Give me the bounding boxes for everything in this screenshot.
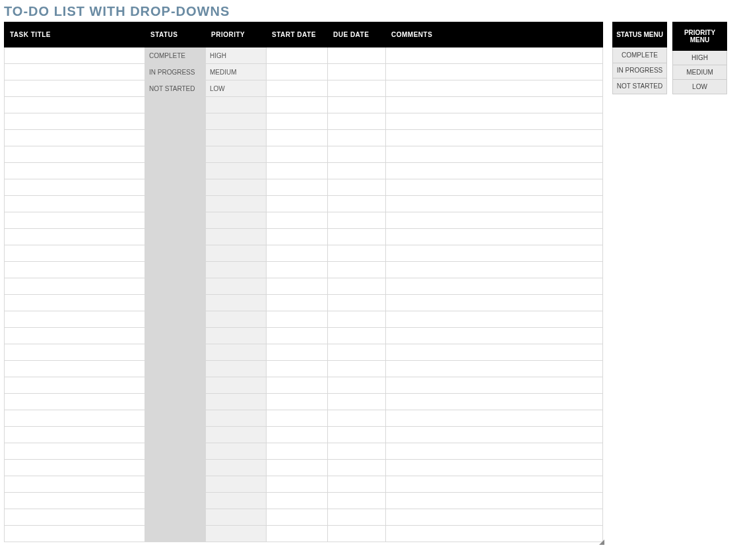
priority-cell[interactable] bbox=[206, 245, 267, 262]
comments-cell[interactable] bbox=[386, 113, 603, 130]
priority-cell[interactable] bbox=[206, 394, 267, 410]
comments-cell[interactable] bbox=[386, 229, 603, 245]
comments-cell[interactable] bbox=[386, 47, 603, 64]
task-cell[interactable] bbox=[5, 196, 145, 212]
status-cell[interactable] bbox=[145, 493, 206, 509]
priority-cell[interactable] bbox=[206, 311, 267, 328]
start-cell[interactable] bbox=[267, 146, 328, 163]
comments-cell[interactable] bbox=[386, 443, 603, 460]
start-cell[interactable] bbox=[267, 311, 328, 328]
status-cell[interactable] bbox=[145, 179, 206, 196]
task-cell[interactable] bbox=[5, 394, 145, 410]
due-cell[interactable] bbox=[328, 64, 386, 80]
due-cell[interactable] bbox=[328, 229, 386, 245]
comments-cell[interactable] bbox=[386, 493, 603, 509]
due-cell[interactable] bbox=[328, 262, 386, 278]
priority-cell[interactable] bbox=[206, 526, 267, 542]
start-cell[interactable] bbox=[267, 196, 328, 212]
comments-cell[interactable] bbox=[386, 163, 603, 179]
status-menu-item[interactable]: IN PROGRESS bbox=[613, 63, 667, 78]
due-cell[interactable] bbox=[328, 394, 386, 410]
status-cell[interactable]: NOT STARTED bbox=[145, 80, 206, 97]
status-cell[interactable] bbox=[145, 295, 206, 311]
status-cell[interactable] bbox=[145, 262, 206, 278]
start-cell[interactable] bbox=[267, 113, 328, 130]
start-cell[interactable] bbox=[267, 493, 328, 509]
task-cell[interactable] bbox=[5, 130, 145, 146]
priority-menu-item[interactable]: MEDIUM bbox=[673, 65, 727, 80]
start-cell[interactable] bbox=[267, 443, 328, 460]
priority-cell[interactable] bbox=[206, 130, 267, 146]
comments-cell[interactable] bbox=[386, 460, 603, 476]
start-cell[interactable] bbox=[267, 163, 328, 179]
task-cell[interactable] bbox=[5, 377, 145, 394]
status-cell[interactable] bbox=[145, 509, 206, 526]
start-cell[interactable] bbox=[267, 394, 328, 410]
due-cell[interactable] bbox=[328, 130, 386, 146]
comments-cell[interactable] bbox=[386, 262, 603, 278]
priority-cell[interactable] bbox=[206, 427, 267, 443]
status-cell[interactable] bbox=[145, 130, 206, 146]
priority-menu-item[interactable]: HIGH bbox=[673, 51, 727, 65]
due-cell[interactable] bbox=[328, 328, 386, 344]
priority-cell[interactable]: HIGH bbox=[206, 47, 267, 64]
start-cell[interactable] bbox=[267, 476, 328, 493]
start-cell[interactable] bbox=[267, 278, 328, 295]
start-cell[interactable] bbox=[267, 526, 328, 542]
due-cell[interactable] bbox=[328, 377, 386, 394]
due-cell[interactable] bbox=[328, 476, 386, 493]
status-cell[interactable] bbox=[145, 443, 206, 460]
priority-cell[interactable] bbox=[206, 460, 267, 476]
task-cell[interactable] bbox=[5, 146, 145, 163]
due-cell[interactable] bbox=[328, 245, 386, 262]
task-cell[interactable] bbox=[5, 262, 145, 278]
comments-cell[interactable] bbox=[386, 245, 603, 262]
status-cell[interactable] bbox=[145, 427, 206, 443]
resize-handle-icon[interactable] bbox=[599, 540, 604, 545]
priority-cell[interactable] bbox=[206, 344, 267, 361]
comments-cell[interactable] bbox=[386, 410, 603, 427]
task-cell[interactable] bbox=[5, 493, 145, 509]
task-cell[interactable] bbox=[5, 113, 145, 130]
start-cell[interactable] bbox=[267, 460, 328, 476]
comments-cell[interactable] bbox=[386, 344, 603, 361]
priority-cell[interactable] bbox=[206, 97, 267, 113]
start-cell[interactable] bbox=[267, 47, 328, 64]
task-cell[interactable] bbox=[5, 163, 145, 179]
task-cell[interactable] bbox=[5, 427, 145, 443]
due-cell[interactable] bbox=[328, 80, 386, 97]
task-cell[interactable] bbox=[5, 80, 145, 97]
status-cell[interactable] bbox=[145, 97, 206, 113]
status-menu-item[interactable]: NOT STARTED bbox=[613, 78, 667, 94]
task-cell[interactable] bbox=[5, 361, 145, 377]
priority-cell[interactable] bbox=[206, 146, 267, 163]
status-cell[interactable] bbox=[145, 361, 206, 377]
start-cell[interactable] bbox=[267, 344, 328, 361]
priority-cell[interactable] bbox=[206, 361, 267, 377]
start-cell[interactable] bbox=[267, 245, 328, 262]
start-cell[interactable] bbox=[267, 377, 328, 394]
status-cell[interactable] bbox=[145, 229, 206, 245]
task-cell[interactable] bbox=[5, 460, 145, 476]
priority-cell[interactable] bbox=[206, 212, 267, 229]
task-cell[interactable] bbox=[5, 526, 145, 542]
due-cell[interactable] bbox=[328, 460, 386, 476]
status-cell[interactable] bbox=[145, 377, 206, 394]
comments-cell[interactable] bbox=[386, 328, 603, 344]
task-cell[interactable] bbox=[5, 212, 145, 229]
start-cell[interactable] bbox=[267, 328, 328, 344]
due-cell[interactable] bbox=[328, 311, 386, 328]
comments-cell[interactable] bbox=[386, 377, 603, 394]
comments-cell[interactable] bbox=[386, 427, 603, 443]
priority-cell[interactable] bbox=[206, 493, 267, 509]
priority-cell[interactable] bbox=[206, 229, 267, 245]
comments-cell[interactable] bbox=[386, 64, 603, 80]
status-cell[interactable] bbox=[145, 328, 206, 344]
comments-cell[interactable] bbox=[386, 97, 603, 113]
priority-cell[interactable] bbox=[206, 377, 267, 394]
due-cell[interactable] bbox=[328, 97, 386, 113]
task-cell[interactable] bbox=[5, 443, 145, 460]
due-cell[interactable] bbox=[328, 278, 386, 295]
comments-cell[interactable] bbox=[386, 130, 603, 146]
status-cell[interactable] bbox=[145, 245, 206, 262]
